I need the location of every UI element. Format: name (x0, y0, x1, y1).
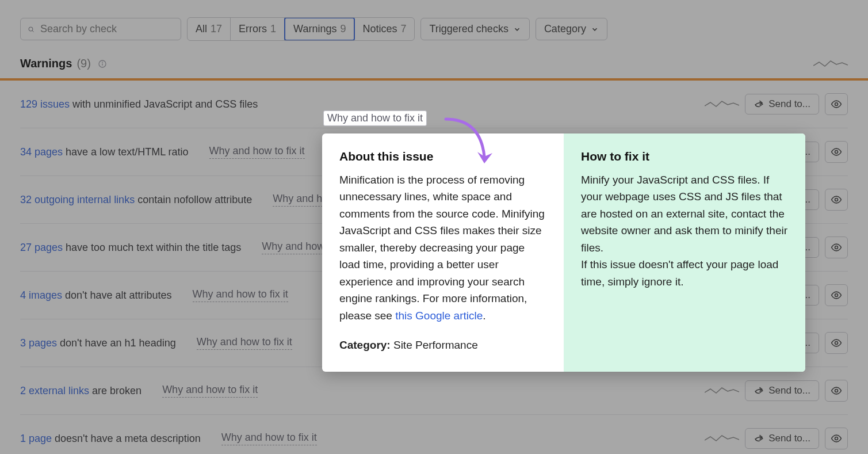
filter-notices[interactable]: Notices 7 (354, 18, 414, 40)
triggered-checks-dropdown[interactable]: Triggered checks (420, 18, 529, 40)
issue-text: 34 pages have a low text/HTML ratio (20, 146, 189, 158)
hide-button[interactable] (825, 380, 848, 402)
eye-icon (831, 242, 842, 253)
section-count: (9) (77, 57, 90, 70)
why-how-link[interactable]: Why and how to fix it (221, 432, 317, 445)
why-how-link[interactable]: Why and how to fix it (193, 288, 288, 302)
filter-errors-label: Errors (239, 23, 267, 35)
info-icon[interactable] (98, 59, 107, 68)
search-field[interactable] (40, 23, 174, 35)
issue-row: 2 external links are brokenWhy and how t… (20, 367, 848, 415)
eye-icon (831, 337, 842, 349)
filter-errors-count: 1 (270, 23, 276, 35)
fix-heading: How to fix it (581, 150, 788, 163)
why-how-link-highlighted[interactable]: Why and how to fix it (323, 110, 427, 126)
issue-count-link[interactable]: 3 pages (20, 337, 57, 349)
issue-text: 3 pages don't have an h1 heading (20, 337, 176, 349)
hide-button[interactable] (825, 428, 848, 449)
about-text: Minification is the process of removing … (339, 171, 546, 324)
eye-icon (831, 433, 842, 444)
why-how-link[interactable]: Why and how to fix it (197, 336, 292, 350)
hide-button[interactable] (825, 93, 848, 115)
eye-icon (831, 98, 842, 110)
filter-warnings-label: Warnings (293, 23, 337, 35)
filter-all-count: 17 (211, 23, 222, 35)
svg-line-1 (32, 30, 33, 32)
triggered-checks-label: Triggered checks (429, 23, 508, 35)
hide-button[interactable] (825, 189, 848, 211)
send-to-button[interactable]: Send to... (745, 380, 819, 401)
eye-icon (831, 289, 842, 301)
issue-count-link[interactable]: 27 pages (20, 242, 63, 253)
category-label: Category (544, 23, 586, 35)
fix-text: Minify your JavaScript and CSS files. If… (581, 171, 788, 290)
eye-icon (831, 146, 842, 158)
issue-count-link[interactable]: 2 external links (20, 385, 89, 396)
section-title-text: Warnings (20, 57, 72, 70)
issue-count-link[interactable]: 129 issues (20, 98, 70, 110)
svg-point-8 (835, 151, 838, 154)
issue-count-link[interactable]: 1 page (20, 433, 52, 444)
svg-point-16 (835, 342, 838, 345)
sparkline-icon (705, 99, 739, 109)
issue-text: 2 external links are broken (20, 385, 142, 397)
filter-tabs: All 17 Errors 1 Warnings 9 Notices 7 (187, 17, 415, 41)
hide-button[interactable] (825, 236, 848, 258)
share-arrow-icon (754, 386, 764, 396)
issue-row: 1 page doesn't have a meta descriptionWh… (20, 415, 848, 454)
search-icon (28, 24, 35, 35)
issue-count-link[interactable]: 32 outgoing internal links (20, 194, 135, 205)
eye-icon (831, 194, 842, 205)
sparkline-icon (813, 59, 848, 69)
chevron-down-icon (513, 25, 521, 33)
svg-point-14 (835, 294, 838, 297)
why-how-link[interactable]: Why and how to fix it (209, 145, 305, 159)
filter-warnings-count: 9 (340, 23, 346, 35)
sparkline-icon (705, 433, 739, 444)
hide-button[interactable] (825, 332, 848, 354)
svg-point-18 (835, 390, 838, 392)
filter-errors[interactable]: Errors 1 (231, 18, 285, 40)
filter-all[interactable]: All 17 (188, 18, 231, 40)
issue-count-link[interactable]: 34 pages (20, 146, 63, 158)
filter-all-label: All (196, 23, 207, 35)
send-to-button[interactable]: Send to... (745, 94, 819, 115)
svg-point-0 (29, 27, 33, 31)
category-line: Category: Site Performance (339, 337, 546, 353)
svg-point-4 (102, 62, 102, 63)
share-arrow-icon (754, 433, 764, 444)
issue-text: 32 outgoing internal links contain nofol… (20, 194, 252, 206)
sparkline-icon (705, 386, 739, 396)
hide-button[interactable] (825, 141, 848, 163)
section-title: Warnings (9) (20, 57, 107, 70)
svg-point-12 (835, 246, 838, 249)
filter-notices-label: Notices (362, 23, 397, 35)
hide-button[interactable] (825, 284, 848, 306)
issue-text: 129 issues with unminified JavaScript an… (20, 98, 258, 110)
svg-point-10 (835, 199, 838, 201)
search-input[interactable] (20, 18, 181, 40)
issue-text: 27 pages have too much text within the t… (20, 242, 241, 254)
filter-warnings[interactable]: Warnings 9 (284, 17, 355, 41)
about-heading: About this issue (339, 150, 546, 163)
svg-point-6 (835, 103, 838, 106)
svg-point-20 (835, 437, 838, 440)
why-how-link[interactable]: Why and how to fix it (162, 384, 258, 398)
send-to-button[interactable]: Send to... (745, 428, 819, 449)
issue-text: 1 page doesn't have a meta description (20, 433, 201, 445)
issue-text: 4 images don't have alt attributes (20, 289, 172, 302)
share-arrow-icon (754, 99, 764, 109)
eye-icon (831, 385, 842, 396)
chevron-down-icon (591, 25, 599, 33)
category-dropdown[interactable]: Category (536, 18, 607, 40)
google-article-link[interactable]: this Google article (395, 310, 483, 322)
issue-detail-popover: About this issue Minification is the pro… (322, 133, 805, 372)
issue-count-link[interactable]: 4 images (20, 289, 62, 301)
filter-notices-count: 7 (400, 23, 406, 35)
issue-row: 129 issues with unminified JavaScript an… (20, 81, 848, 128)
